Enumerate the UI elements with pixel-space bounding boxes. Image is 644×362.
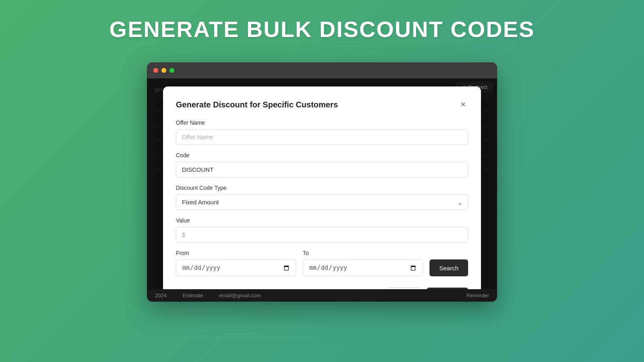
browser-bar xyxy=(147,62,497,78)
date-row: From To Search xyxy=(176,250,468,276)
to-group: To xyxy=(303,250,423,276)
modal-overlay: Generate Discount for Specific Customers… xyxy=(147,78,497,302)
discount-type-select-wrapper: Fixed Amount Percentage Free Shipping ⌄ xyxy=(176,194,468,210)
value-label: Value xyxy=(176,217,468,224)
browser-content: gin 9, 2... der E 9, 2... der E 9, 2... … xyxy=(147,78,497,302)
to-label: To xyxy=(303,250,423,256)
page-title: GENERATE BULK DISCOUNT CODES xyxy=(109,16,535,42)
from-label: From xyxy=(176,250,296,256)
browser-dot-yellow xyxy=(161,68,166,73)
search-button[interactable]: Search xyxy=(429,259,468,276)
modal-close-button[interactable]: × xyxy=(458,99,468,110)
browser-dot-red xyxy=(153,68,158,73)
code-input[interactable] xyxy=(176,162,468,177)
discount-type-label: Discount Code Type xyxy=(176,185,468,191)
to-date-input[interactable] xyxy=(303,259,423,276)
discount-type-select[interactable]: Fixed Amount Percentage Free Shipping xyxy=(176,194,468,210)
modal-title: Generate Discount for Specific Customers xyxy=(176,100,338,109)
modal-header: Generate Discount for Specific Customers… xyxy=(176,99,468,110)
bottom-bar: 2024 Estimate email@gmail.com Reminder xyxy=(147,289,497,302)
from-date-input[interactable] xyxy=(176,259,296,276)
offer-name-group: Offer Name xyxy=(176,119,468,145)
offer-name-input[interactable] xyxy=(176,129,468,145)
from-group: From xyxy=(176,250,296,276)
discount-type-group: Discount Code Type Fixed Amount Percenta… xyxy=(176,185,468,210)
value-input[interactable] xyxy=(176,227,468,243)
code-group: Code xyxy=(176,152,468,177)
value-group: Value xyxy=(176,217,468,243)
offer-name-label: Offer Name xyxy=(176,119,468,126)
browser-dot-green xyxy=(169,68,174,73)
modal-dialog: Generate Discount for Specific Customers… xyxy=(163,86,481,302)
browser-window: gin 9, 2... der E 9, 2... der E 9, 2... … xyxy=(147,62,497,302)
code-label: Code xyxy=(176,152,468,158)
